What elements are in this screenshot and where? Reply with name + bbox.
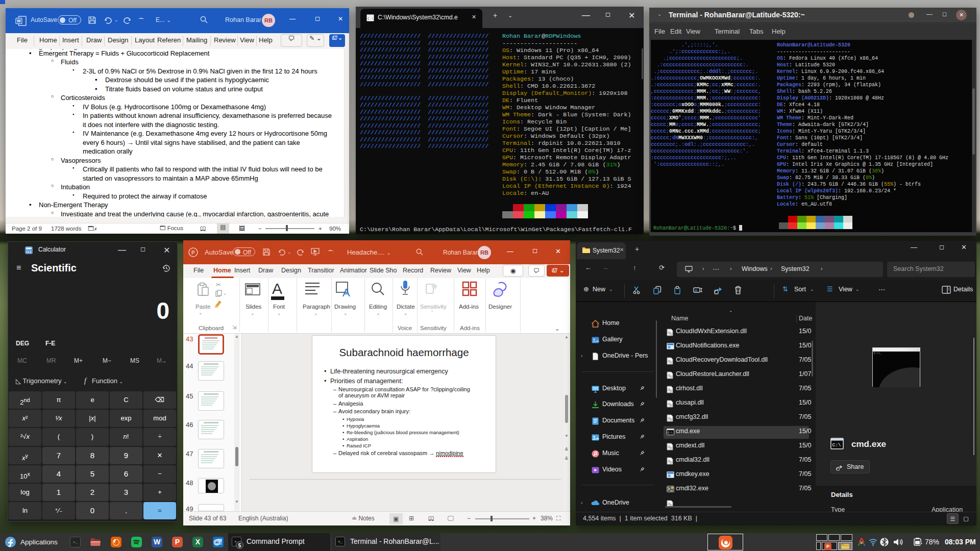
svg-text:C:\: C:\: [832, 442, 841, 448]
svg-text:P: P: [191, 250, 195, 256]
svg-text:C:\: C:\: [668, 431, 673, 435]
svg-text:A: A: [342, 286, 350, 297]
svg-text:W: W: [17, 19, 21, 23]
svg-text:C:\: C:\: [368, 17, 374, 21]
